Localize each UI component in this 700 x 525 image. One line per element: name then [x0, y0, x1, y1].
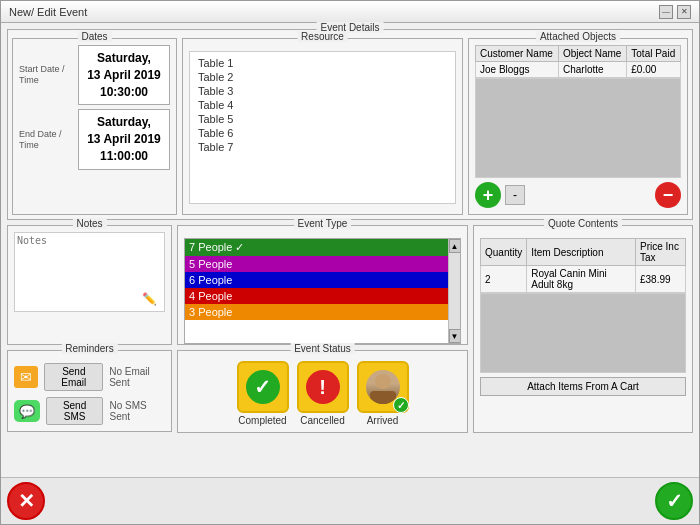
quote-table: Quantity Item Description Price Inc Tax …	[480, 238, 686, 293]
notes-wrapper: ✏️	[14, 232, 165, 314]
quote-contents-group: Quote Contents Quantity Item Description…	[473, 225, 693, 433]
cell-paid: £0.00	[627, 62, 681, 78]
attached-objects-label: Attached Objects	[536, 31, 620, 42]
notes-label: Notes	[72, 218, 106, 229]
middle-section: Notes ✏️ Reminders ✉ Send Email No Email…	[7, 225, 693, 433]
list-item[interactable]: Table 1	[196, 56, 449, 70]
col-total-paid: Total Paid	[627, 46, 681, 62]
resource-list-container: Table 1 Table 2 Table 3 Table 4 Table 5 …	[189, 51, 456, 204]
cell-price: £38.99	[636, 266, 686, 293]
completed-button[interactable]: ✓ Completed	[237, 361, 289, 426]
scroll-down-button[interactable]: ▼	[449, 329, 461, 343]
event-type-item[interactable]: 5 People	[185, 256, 460, 272]
cancel-icon: !	[306, 370, 340, 404]
email-status: No Email Sent	[109, 366, 165, 388]
minimize-button[interactable]: —	[659, 5, 673, 19]
cancelled-button[interactable]: ! Cancelled	[297, 361, 349, 426]
reminders-label: Reminders	[61, 343, 117, 354]
attached-objects-table: Customer Name Object Name Total Paid Joe…	[475, 45, 681, 78]
arrived-box: ✓	[357, 361, 409, 413]
scroll-up-button[interactable]: ▲	[449, 239, 461, 253]
list-item[interactable]: Table 7	[196, 140, 449, 154]
center-col: Event Type 7 People ✓ 5 People 6 People …	[177, 225, 468, 433]
pencil-icon: ✏️	[142, 292, 157, 306]
event-type-label: Event Type	[294, 218, 352, 229]
arrived-button[interactable]: ✓ Arrived	[357, 361, 409, 426]
attached-body-area	[475, 78, 681, 178]
reminders-group: Reminders ✉ Send Email No Email Sent 💬 S…	[7, 350, 172, 432]
send-email-button[interactable]: Send Email	[44, 363, 103, 391]
list-item[interactable]: Table 2	[196, 70, 449, 84]
main-content: Event Details Dates Start Date / Time Sa…	[1, 23, 699, 477]
check-icon: ✓	[246, 370, 280, 404]
cancelled-box: !	[297, 361, 349, 413]
start-date-value[interactable]: Saturday, 13 April 2019 10:30:00	[78, 45, 170, 105]
cancel-button[interactable]: ✕	[7, 482, 45, 520]
attached-actions: + - −	[475, 182, 681, 208]
arrived-label: Arrived	[367, 415, 399, 426]
titlebar: New/ Edit Event — ✕	[1, 1, 699, 23]
event-type-scrollbar[interactable]: ▲ ▼	[448, 239, 460, 343]
event-type-group: Event Type 7 People ✓ 5 People 6 People …	[177, 225, 468, 345]
attach-cart-button[interactable]: Attach Items From A Cart	[480, 377, 686, 396]
footer: ✕ ✓	[1, 477, 699, 524]
col-quantity: Quantity	[481, 239, 527, 266]
confirm-button[interactable]: ✓	[655, 482, 693, 520]
resource-label: Resource	[297, 31, 348, 42]
col-item-desc: Item Description	[527, 239, 636, 266]
sms-icon: 💬	[14, 400, 40, 422]
right-col: Quote Contents Quantity Item Description…	[473, 225, 693, 433]
attached-objects-group: Attached Objects Customer Name Object Na…	[468, 38, 688, 215]
left-col: Notes ✏️ Reminders ✉ Send Email No Email…	[7, 225, 172, 433]
avatar-head	[375, 374, 391, 389]
arrived-check-icon: ✓	[393, 397, 409, 413]
quote-contents-label: Quote Contents	[544, 218, 622, 229]
table-row[interactable]: 2 Royal Canin Mini Adult 8kg £38.99	[481, 266, 686, 293]
email-reminder-row: ✉ Send Email No Email Sent	[14, 363, 165, 391]
cell-object: Charlotte	[558, 62, 626, 78]
cell-customer: Joe Bloggs	[476, 62, 559, 78]
sms-reminder-row: 💬 Send SMS No SMS Sent	[14, 397, 165, 425]
titlebar-buttons: — ✕	[659, 5, 691, 19]
sms-status: No SMS Sent	[109, 400, 165, 422]
dates-inner: Start Date / Time Saturday, 13 April 201…	[19, 45, 170, 170]
event-type-item[interactable]: 3 People	[185, 304, 460, 320]
event-type-item[interactable]: 7 People ✓	[185, 239, 460, 256]
dates-group: Dates Start Date / Time Saturday, 13 Apr…	[12, 38, 177, 215]
cancel-icon: ✕	[18, 489, 35, 513]
cell-desc: Royal Canin Mini Adult 8kg	[527, 266, 636, 293]
end-date-value[interactable]: Saturday, 13 April 2019 11:00:00	[78, 109, 170, 169]
list-item[interactable]: Table 5	[196, 112, 449, 126]
completed-box: ✓	[237, 361, 289, 413]
send-sms-button[interactable]: Send SMS	[46, 397, 104, 425]
start-date-row: Start Date / Time Saturday, 13 April 201…	[19, 45, 170, 105]
event-status-label: Event Status	[290, 343, 355, 354]
dash-button[interactable]: -	[505, 185, 525, 205]
list-item[interactable]: Table 6	[196, 126, 449, 140]
start-date-label: Start Date / Time	[19, 64, 74, 86]
end-date-label: End Date / Time	[19, 129, 74, 151]
resource-group: Resource Table 1 Table 2 Table 3 Table 4…	[182, 38, 463, 215]
end-date-row: End Date / Time Saturday, 13 April 2019 …	[19, 109, 170, 169]
event-type-item[interactable]: 6 People	[185, 272, 460, 288]
resource-list: Table 1 Table 2 Table 3 Table 4 Table 5 …	[194, 54, 451, 201]
quote-body-area	[480, 293, 686, 373]
close-button[interactable]: ✕	[677, 5, 691, 19]
email-icon: ✉	[14, 366, 38, 388]
window-title: New/ Edit Event	[9, 6, 87, 18]
status-buttons: ✓ Completed ! Cancelled	[184, 361, 461, 426]
avatar-body	[370, 391, 396, 404]
cancelled-label: Cancelled	[300, 415, 344, 426]
list-item[interactable]: Table 3	[196, 84, 449, 98]
confirm-icon: ✓	[666, 489, 683, 513]
event-type-item[interactable]: 4 People	[185, 288, 460, 304]
event-status-group: Event Status ✓ Completed !	[177, 350, 468, 433]
list-item[interactable]: Table 4	[196, 98, 449, 112]
notes-group: Notes ✏️	[7, 225, 172, 345]
completed-label: Completed	[238, 415, 286, 426]
remove-attached-button[interactable]: −	[655, 182, 681, 208]
add-attached-button[interactable]: +	[475, 182, 501, 208]
cell-qty: 2	[481, 266, 527, 293]
table-row[interactable]: Joe Bloggs Charlotte £0.00	[476, 62, 681, 78]
col-object-name: Object Name	[558, 46, 626, 62]
